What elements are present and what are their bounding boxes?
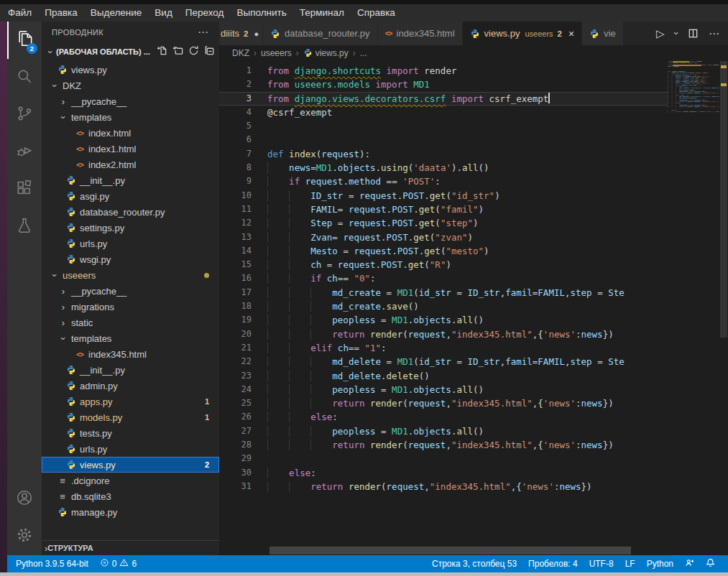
- menu-item[interactable]: Правка: [38, 4, 84, 22]
- breadcrumb-item[interactable]: ...: [360, 48, 367, 58]
- tab-index345-html[interactable]: <>index345.html: [378, 22, 462, 45]
- activity-source-control[interactable]: [7, 96, 42, 134]
- tree-item-index1-html[interactable]: <>index1.html: [42, 141, 219, 157]
- code-line: 24 peopless = MD1.objects.all(): [219, 383, 668, 396]
- tree-item-templates[interactable]: ›templates: [42, 330, 219, 346]
- tree-item-asgi-py[interactable]: asgi.py: [42, 188, 219, 204]
- status-notifications[interactable]: [700, 558, 721, 570]
- status-cursor-position[interactable]: Строка 3, столбец 53: [426, 559, 522, 569]
- breadcrumb-item[interactable]: DKZ: [232, 48, 249, 58]
- tree-item-views-py[interactable]: views.py2: [42, 457, 219, 473]
- run-dropdown-icon[interactable]: ›: [675, 28, 678, 39]
- split-editor-icon[interactable]: [688, 28, 699, 39]
- tree-item-label: wsgi.py: [80, 254, 111, 265]
- new-file-icon[interactable]: [157, 45, 167, 59]
- menu-item[interactable]: Выделение: [84, 4, 149, 22]
- activity-settings[interactable]: [7, 518, 42, 555]
- line-number: 28: [219, 438, 252, 452]
- horizontal-scrollbar-thumb[interactable]: [269, 547, 631, 554]
- tree-item-static[interactable]: ›static: [42, 315, 219, 330]
- tab-database-roouter-py[interactable]: database_roouter.py: [263, 22, 377, 45]
- tree-item--pycache-[interactable]: ›__pycache__: [42, 283, 219, 299]
- status-eol[interactable]: LF: [619, 559, 641, 569]
- code-line: 23 md_delete.delete(): [219, 369, 668, 383]
- outline-section-header[interactable]: › СТРУКТУРА: [42, 540, 219, 555]
- activity-account[interactable]: [7, 480, 42, 518]
- tree-item-tests-py[interactable]: tests.py: [42, 425, 219, 441]
- vertical-scrollbar[interactable]: [719, 61, 728, 555]
- activity-testing[interactable]: [7, 208, 42, 246]
- tree-item--init-py[interactable]: __init__.py: [42, 362, 219, 378]
- tree-item-models-py[interactable]: models.py1: [42, 409, 219, 425]
- refresh-icon[interactable]: [188, 45, 199, 59]
- tree-item-migrations[interactable]: ›migrations: [42, 299, 219, 315]
- breadcrumb-item[interactable]: useeers: [261, 48, 292, 58]
- menu-item[interactable]: Вид: [148, 4, 178, 22]
- status-language-mode[interactable]: Python: [641, 559, 679, 569]
- minimap[interactable]: from django.shortcuts import renderfrom …: [668, 61, 719, 119]
- more-actions-icon[interactable]: ⋯: [709, 27, 719, 40]
- chevron-right-icon: ›: [57, 96, 69, 107]
- close-icon[interactable]: ×: [568, 28, 574, 40]
- tree-item-label: urls.py: [80, 444, 107, 455]
- tree-item-label: templates: [71, 112, 111, 123]
- tab-views-py[interactable]: views.pyuseeers2×: [463, 22, 582, 45]
- activity-extensions[interactable]: [7, 171, 42, 208]
- tree-item-index345-html[interactable]: <>index345.html: [42, 346, 219, 362]
- activity-run-debug[interactable]: [7, 134, 42, 171]
- menu-item[interactable]: Файл: [1, 4, 38, 22]
- tree-item-apps-py[interactable]: apps.py1: [42, 394, 219, 409]
- menu-item[interactable]: Терминал: [293, 4, 351, 22]
- tree-item-templates[interactable]: ›templates: [42, 109, 219, 125]
- screen-bottom-edge: [0, 572, 728, 576]
- code-line: 25 return render(request,"index345.html"…: [219, 396, 668, 410]
- code-line: 1from django.shortcuts import render: [219, 64, 668, 78]
- vertical-scrollbar-thumb[interactable]: [720, 61, 727, 338]
- tree-item-useeers[interactable]: ›useeers: [42, 267, 219, 283]
- tree-item-urls-py[interactable]: urls.py: [42, 236, 219, 251]
- tree-item-label: admin.py: [80, 381, 118, 391]
- code-line: 12 Step = request.POST.get("step"): [219, 216, 668, 230]
- code-area[interactable]: 1from django.shortcuts import render2fro…: [219, 61, 668, 555]
- line-number: 23: [219, 369, 252, 383]
- code-editor[interactable]: 1from django.shortcuts import render2fro…: [219, 61, 728, 555]
- status-feedback[interactable]: [679, 558, 700, 570]
- activity-search[interactable]: [7, 59, 42, 96]
- feedback-icon: [685, 558, 694, 570]
- more-actions-icon[interactable]: ⋯: [198, 26, 209, 39]
- tree-item-database-roouter-py[interactable]: database_roouter.py: [42, 204, 219, 220]
- tree-item-urls-py[interactable]: urls.py: [42, 441, 219, 457]
- tree-item-views-py[interactable]: views.py: [42, 62, 219, 78]
- run-icon[interactable]: ▷: [656, 27, 665, 40]
- tree-item-DKZ[interactable]: ›DKZ: [42, 78, 219, 93]
- workspace-section-header[interactable]: › (РАБОЧАЯ ОБЛАСТЬ) ...: [42, 43, 219, 60]
- tab-diiits[interactable]: diiits2●: [219, 22, 262, 45]
- breadcrumb-item[interactable]: views.py: [303, 48, 349, 58]
- activity-explorer[interactable]: 2: [7, 22, 42, 59]
- menu-item[interactable]: Выполнить: [230, 4, 292, 22]
- file-icon: ≡: [56, 491, 69, 502]
- tab-problems-badge: 2: [244, 29, 248, 38]
- tree-item--init-py[interactable]: __init__.py: [42, 172, 219, 188]
- python-icon: [65, 444, 78, 454]
- tree-item-index-html[interactable]: <>index.html: [42, 125, 219, 141]
- new-folder-icon[interactable]: [172, 45, 183, 59]
- tree-item-db-sqlite3[interactable]: ≡db.sqlite3: [42, 488, 219, 504]
- code-line: 20 return render(request,"index345.html"…: [219, 328, 668, 341]
- tree-item--pycache-[interactable]: ›__pycache__: [42, 93, 219, 109]
- menu-item[interactable]: Справка: [351, 4, 402, 22]
- status-python-version[interactable]: Python 3.9.5 64-bit: [10, 555, 94, 572]
- menu-item[interactable]: Переход: [179, 4, 231, 22]
- status-encoding[interactable]: UTF-8: [584, 559, 619, 569]
- tree-item-settings-py[interactable]: settings.py: [42, 220, 219, 236]
- tree-item--dcignore[interactable]: ≡.dcignore: [42, 473, 219, 488]
- tree-item-manage-py[interactable]: manage.py: [42, 504, 219, 520]
- status-indentation[interactable]: Пробелов: 4: [522, 559, 584, 569]
- status-problems[interactable]: 06: [94, 555, 142, 572]
- tree-item-index2-html[interactable]: <>index2.html: [42, 157, 219, 172]
- tab-vie[interactable]: vie: [582, 22, 623, 45]
- line-number: 2: [219, 78, 252, 91]
- tree-item-wsgi-py[interactable]: wsgi.py: [42, 251, 219, 267]
- tree-item-admin-py[interactable]: admin.py: [42, 378, 219, 394]
- collapse-all-icon[interactable]: [204, 45, 215, 59]
